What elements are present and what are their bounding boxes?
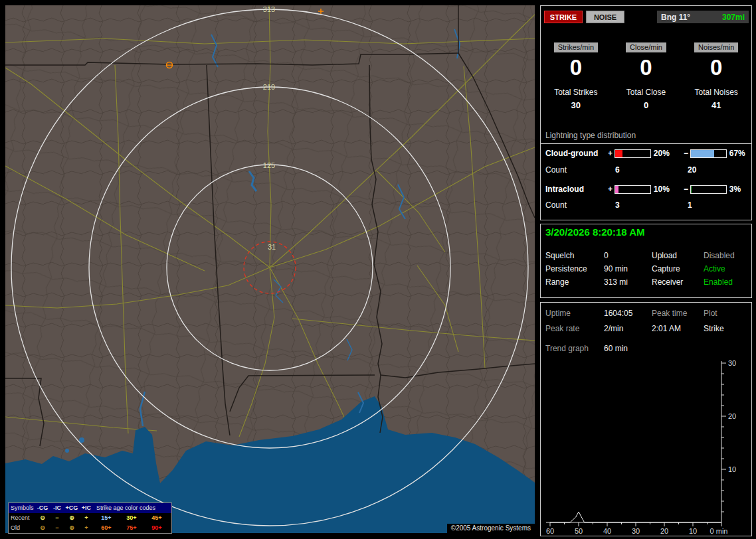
intracloud-label: Intracloud bbox=[545, 185, 606, 194]
cg-plus-bar bbox=[614, 149, 651, 158]
ic-plus-percent: 10% bbox=[651, 185, 682, 194]
x-tick-0min: 0 min bbox=[710, 527, 728, 534]
count-label: Count bbox=[545, 165, 567, 175]
y-tick-20: 20 bbox=[728, 412, 736, 420]
close-per-min-label: Close/min bbox=[626, 42, 666, 52]
total-close-value: 0 bbox=[611, 100, 682, 110]
range-label-313: 313 bbox=[263, 5, 275, 13]
legend-col-ic-minus: -IC bbox=[50, 503, 64, 513]
noises-per-min-value: 0 bbox=[681, 56, 751, 78]
recent-ic-plus-icon: + bbox=[79, 513, 94, 523]
map-legend: Symbols -CG -IC +CG +IC Strike age color… bbox=[8, 502, 172, 534]
strikes-per-min-value: 0 bbox=[541, 56, 611, 78]
y-tick-10: 10 bbox=[728, 465, 736, 473]
ic-minus-count: 1 bbox=[688, 200, 692, 210]
minus-sign: − bbox=[682, 149, 690, 158]
old-cg-minus-icon: ⊖ bbox=[35, 523, 50, 533]
trend-graph-window: 60 min bbox=[604, 344, 652, 353]
ic-plus-bar bbox=[614, 185, 651, 194]
close-per-min-value: 0 bbox=[611, 56, 682, 78]
uptime-label: Uptime bbox=[545, 309, 604, 318]
minus-sign: − bbox=[682, 185, 690, 194]
ic-minus-percent: 3% bbox=[727, 185, 751, 194]
count-label: Count bbox=[545, 200, 567, 210]
upload-status: Disabled bbox=[704, 251, 751, 260]
lake bbox=[79, 437, 84, 443]
squelch-label: Squelch bbox=[545, 251, 604, 260]
peak-time-value: 2:01 AM bbox=[652, 324, 704, 333]
cg-minus-bar bbox=[690, 149, 727, 158]
plot-label: Plot bbox=[704, 309, 751, 318]
old-cg-plus-icon: ⊕ bbox=[64, 523, 79, 533]
plus-sign: + bbox=[606, 149, 614, 158]
range-label-219: 219 bbox=[263, 83, 275, 91]
legend-symbols-header: Symbols bbox=[9, 503, 35, 513]
range-label-125: 125 bbox=[263, 161, 275, 169]
system-status-box: 3/20/2026 8:20:18 AM Squelch 0 Upload Di… bbox=[540, 224, 752, 298]
total-noises-value: 41 bbox=[681, 100, 751, 110]
old-ic-plus-icon: + bbox=[79, 523, 94, 533]
y-tick-30: 30 bbox=[728, 359, 736, 367]
legend-col-ic-plus: +IC bbox=[79, 503, 94, 513]
recent-cg-minus-icon: ⊖ bbox=[35, 513, 50, 523]
plus-sign: + bbox=[606, 185, 614, 194]
range-label-31: 31 bbox=[268, 243, 276, 251]
x-tick-20: 20 bbox=[660, 527, 668, 534]
trend-chart: 30 20 10 60 50 40 30 20 10 0 min bbox=[541, 356, 751, 534]
age-code-75: 75+ bbox=[119, 523, 144, 533]
receiver-label: Receiver bbox=[652, 277, 704, 287]
total-noises-label: Total Noises bbox=[681, 88, 751, 97]
cloud-ground-label: Cloud-ground bbox=[545, 149, 606, 158]
ic-minus-bar bbox=[690, 185, 727, 194]
persistence-label: Persistence bbox=[545, 264, 604, 273]
x-tick-60: 60 bbox=[546, 527, 554, 534]
uptime-value: 1604:05 bbox=[604, 309, 652, 318]
legend-col-cg-plus: +CG bbox=[64, 503, 79, 513]
cg-minus-percent: 67% bbox=[727, 149, 751, 158]
map-canvas[interactable]: 313 219 125 31 bbox=[5, 5, 535, 533]
legend-col-cg-minus: -CG bbox=[35, 503, 50, 513]
squelch-value: 0 bbox=[604, 251, 652, 260]
trend-graph-label: Trend graph bbox=[545, 344, 604, 353]
distribution-title: Lightning type distribution bbox=[545, 131, 636, 140]
age-code-30: 30+ bbox=[119, 513, 144, 523]
bearing-readout: Bng 11° 307mi bbox=[657, 11, 749, 23]
x-tick-50: 50 bbox=[575, 527, 583, 534]
lake bbox=[65, 449, 69, 453]
cg-minus-count: 20 bbox=[688, 165, 696, 175]
range-label: Range bbox=[545, 277, 604, 287]
total-strikes-value: 30 bbox=[541, 100, 611, 110]
strike-mode-button[interactable]: STRIKE bbox=[544, 11, 583, 23]
map-view[interactable]: 313 219 125 31 Symbols -CG -IC +CG +IC S… bbox=[5, 5, 535, 533]
trend-box: Uptime 1604:05 Peak time Plot Peak rate … bbox=[540, 302, 752, 536]
ic-plus-count: 3 bbox=[615, 200, 620, 210]
legend-age-header: Strike age color codes bbox=[94, 503, 171, 513]
age-code-45: 45+ bbox=[144, 513, 169, 523]
cg-plus-count: 6 bbox=[615, 165, 620, 175]
recent-cg-plus-icon: ⊕ bbox=[64, 513, 79, 523]
x-tick-10: 10 bbox=[689, 527, 697, 534]
persistence-value: 90 min bbox=[604, 264, 652, 273]
age-code-60: 60+ bbox=[94, 523, 119, 533]
noise-mode-button[interactable]: NOISE bbox=[586, 11, 624, 23]
peak-time-label: Peak time bbox=[652, 309, 704, 318]
divider bbox=[541, 143, 751, 144]
age-code-15: 15+ bbox=[94, 513, 119, 523]
upload-label: Upload bbox=[652, 251, 704, 260]
bearing-label: Bng 11° bbox=[661, 13, 690, 22]
total-close-label: Total Close bbox=[611, 88, 682, 97]
noises-per-min-label: Noises/min bbox=[694, 42, 738, 52]
range-value: 313 mi bbox=[604, 277, 652, 287]
peak-rate-label: Peak rate bbox=[545, 324, 604, 333]
strike-stats-box: STRIKE NOISE Bng 11° 307mi Strikes/min C… bbox=[540, 5, 752, 220]
old-ic-minus-icon: − bbox=[50, 523, 64, 533]
capture-status: Active bbox=[704, 264, 751, 273]
age-code-90: 90+ bbox=[144, 523, 169, 533]
x-tick-40: 40 bbox=[603, 527, 611, 534]
x-tick-30: 30 bbox=[632, 527, 640, 534]
bearing-range: 307mi bbox=[722, 13, 745, 22]
receiver-status: Enabled bbox=[704, 277, 751, 287]
total-strikes-label: Total Strikes bbox=[541, 88, 611, 97]
cg-plus-percent: 20% bbox=[651, 149, 682, 158]
capture-label: Capture bbox=[652, 264, 704, 273]
